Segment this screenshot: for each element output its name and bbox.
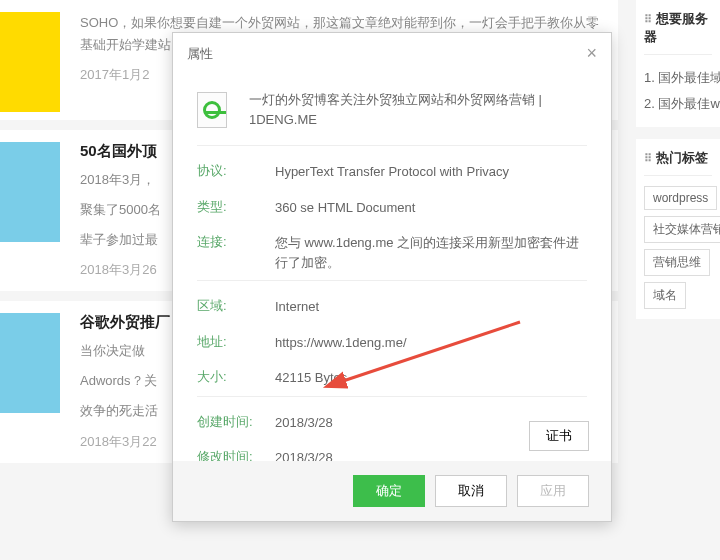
type-value: 360 se HTML Document — [275, 198, 587, 218]
tag-item[interactable]: 营销思维 — [644, 249, 710, 276]
apply-button: 应用 — [517, 475, 589, 507]
size-label: 大小: — [197, 368, 275, 388]
ok-button[interactable]: 确定 — [353, 475, 425, 507]
article-thumb — [0, 12, 60, 112]
url-label: 地址: — [197, 333, 275, 353]
widget-tags: 热门标签 wordpress 社交媒体营销 营销思维 域名 — [636, 139, 720, 319]
protocol-label: 协议: — [197, 162, 275, 182]
article-thumb — [0, 142, 60, 242]
zone-value: Internet — [275, 297, 587, 317]
widget-services: 想要服务器 1. 国外最佳域名 2. 国外最佳wor — [636, 0, 720, 127]
widget-title: 热门标签 — [644, 149, 712, 176]
tag-item[interactable]: wordpress — [644, 186, 717, 210]
site-title: 一灯的外贸博客关注外贸独立网站和外贸网络营销 | 1DENG.ME — [249, 90, 587, 129]
url-value: https://www.1deng.me/ — [275, 333, 587, 353]
created-label: 创建时间: — [197, 413, 275, 433]
connection-value: 您与 www.1deng.me 之间的连接采用新型加密套件进行了加密。 — [275, 233, 587, 272]
zone-label: 区域: — [197, 297, 275, 317]
widget-title: 想要服务器 — [644, 10, 712, 55]
cancel-button[interactable]: 取消 — [435, 475, 507, 507]
service-item[interactable]: 1. 国外最佳域名 — [644, 65, 712, 91]
article-thumb — [0, 313, 60, 413]
dialog-title: 属性 — [187, 45, 213, 63]
protocol-value: HyperText Transfer Protocol with Privacy — [275, 162, 587, 182]
browser-icon — [197, 92, 227, 128]
service-item[interactable]: 2. 国外最佳wor — [644, 91, 712, 117]
size-value: 42115 Bytes — [275, 368, 587, 388]
tag-item[interactable]: 社交媒体营销 — [644, 216, 720, 243]
certificate-button[interactable]: 证书 — [529, 421, 589, 451]
close-icon[interactable]: × — [586, 43, 597, 64]
tag-item[interactable]: 域名 — [644, 282, 686, 309]
type-label: 类型: — [197, 198, 275, 218]
properties-dialog: 属性 × 一灯的外贸博客关注外贸独立网站和外贸网络营销 | 1DENG.ME 协… — [172, 32, 612, 522]
connection-label: 连接: — [197, 233, 275, 272]
